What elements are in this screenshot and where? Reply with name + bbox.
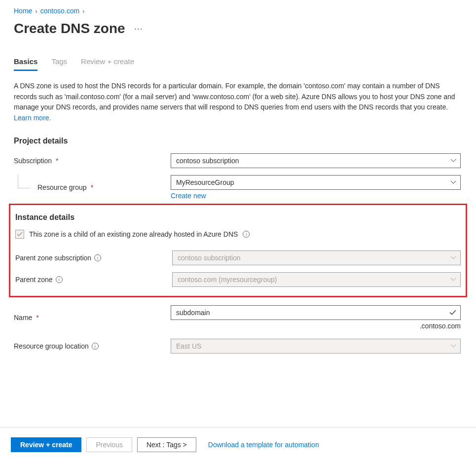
instance-highlight-box: Instance details This zone is a child of… xyxy=(9,204,467,297)
next-button[interactable]: Next : Tags > xyxy=(137,437,196,452)
name-suffix: .contoso.com xyxy=(171,322,461,330)
chevron-right-icon: › xyxy=(82,7,84,15)
parent-subscription-select[interactable]: contoso subscription xyxy=(172,250,461,265)
tab-tags[interactable]: Tags xyxy=(51,57,67,71)
chevron-down-icon xyxy=(450,344,456,348)
tab-basics[interactable]: Basics xyxy=(14,57,37,71)
info-icon[interactable]: i xyxy=(56,276,63,283)
more-actions-button[interactable]: ··· xyxy=(134,24,143,34)
download-template-link[interactable]: Download a template for automation xyxy=(208,441,319,449)
description-text: A DNS zone is used to host the DNS recor… xyxy=(14,81,462,124)
subscription-label: Subscription* xyxy=(14,157,171,165)
footer: Review + create Previous Next : Tags > D… xyxy=(0,427,476,462)
info-icon[interactable]: i xyxy=(243,231,250,238)
name-label: Name* xyxy=(14,314,171,321)
tabs: Basics Tags Review + create xyxy=(14,57,462,71)
child-zone-checkbox[interactable] xyxy=(15,230,24,239)
learn-more-link[interactable]: Learn more. xyxy=(14,114,51,122)
info-icon[interactable]: i xyxy=(92,343,99,350)
info-icon[interactable]: i xyxy=(94,254,101,261)
previous-button[interactable]: Previous xyxy=(86,437,132,452)
review-create-button[interactable]: Review + create xyxy=(11,437,81,452)
location-label: Resource group location i xyxy=(14,342,171,350)
tab-review-create[interactable]: Review + create xyxy=(81,57,134,71)
section-project-heading: Project details xyxy=(14,137,462,145)
breadcrumb-home[interactable]: Home xyxy=(14,7,32,15)
resource-group-select[interactable]: MyResourceGroup xyxy=(171,175,461,190)
parent-zone-label: Parent zone i xyxy=(15,276,172,284)
breadcrumb-contoso[interactable]: contoso.com xyxy=(40,7,79,15)
chevron-down-icon xyxy=(450,256,456,260)
location-select[interactable]: East US xyxy=(171,339,461,354)
parent-zone-select[interactable]: contoso.com (myresourcegroup) xyxy=(172,272,461,287)
chevron-down-icon xyxy=(450,159,456,163)
section-instance-heading: Instance details xyxy=(15,213,461,222)
child-zone-label: This zone is a child of an existing zone… xyxy=(29,230,238,238)
name-input[interactable]: subdomain xyxy=(171,305,461,320)
create-new-link[interactable]: Create new xyxy=(171,192,206,200)
check-icon xyxy=(449,310,456,315)
chevron-right-icon: › xyxy=(35,7,37,15)
subscription-select[interactable]: contoso subscription xyxy=(171,153,461,168)
chevron-down-icon xyxy=(450,278,456,282)
tree-line-icon xyxy=(18,175,30,188)
resource-group-label: Resource group* xyxy=(14,183,171,191)
breadcrumb: Home › contoso.com › xyxy=(14,7,462,15)
chevron-down-icon xyxy=(450,180,456,184)
parent-subscription-label: Parent zone subscription i xyxy=(15,254,172,262)
page-title: Create DNS zone xyxy=(14,21,125,36)
